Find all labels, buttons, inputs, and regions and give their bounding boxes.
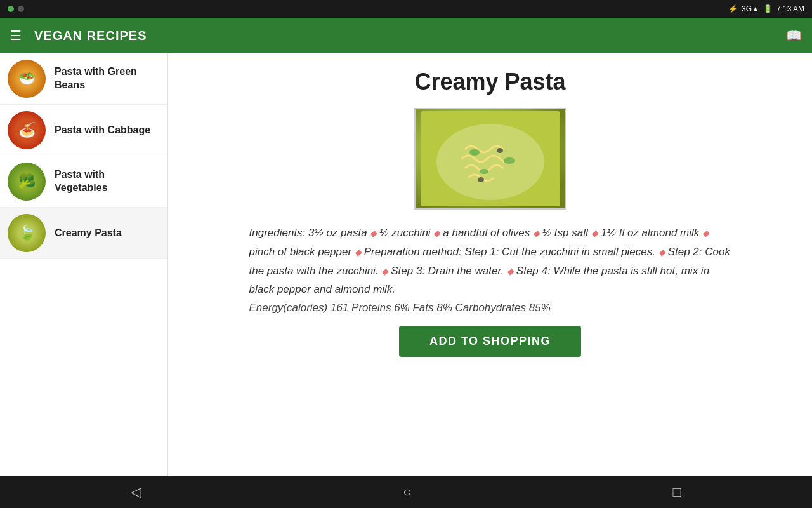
diamond-2: ◆ bbox=[433, 228, 443, 238]
signal-dot bbox=[18, 6, 24, 12]
label-creamy-pasta: Creamy Pasta bbox=[55, 227, 122, 240]
app-bar: ☰ VEGAN RECIPES 📖 bbox=[0, 18, 812, 53]
svg-point-1 bbox=[436, 124, 544, 200]
svg-point-4 bbox=[480, 169, 488, 174]
add-to-shopping-button[interactable]: ADD TO SHOPPING bbox=[399, 326, 581, 357]
sidebar-item-pasta-vegetables[interactable]: 🥦 Pasta with Vegetables bbox=[0, 156, 167, 208]
ingredients-intro: Ingredients: 3½ oz pasta bbox=[249, 227, 367, 239]
ingredient-milk: 1½ fl oz almond milk bbox=[601, 227, 699, 239]
diamond-4: ◆ bbox=[591, 228, 601, 238]
svg-point-2 bbox=[469, 149, 480, 156]
diamond-6: ◆ bbox=[355, 247, 364, 257]
sidebar-item-pasta-green-beans[interactable]: 🥗 Pasta with Green Beans bbox=[0, 53, 167, 105]
battery-icon: 🔋 bbox=[763, 4, 773, 13]
diamond-5: ◆ bbox=[702, 228, 709, 238]
main-content: 🥗 Pasta with Green Beans 🍝 Pasta with Ca… bbox=[0, 53, 812, 476]
bottom-nav: ◁ ○ □ bbox=[0, 476, 812, 508]
ingredient-salt: ½ tsp salt bbox=[542, 227, 589, 239]
step3-label: Step 3: Drain the water. bbox=[391, 265, 504, 277]
prep-header: Preparation method: bbox=[364, 246, 462, 258]
back-button[interactable]: ◁ bbox=[131, 484, 141, 500]
status-bar-right: ⚡ 3G▲ 🔋 7:13 AM bbox=[728, 4, 804, 13]
diamond-8: ◆ bbox=[381, 266, 391, 276]
ingredient-pepper: pinch of black pepper bbox=[249, 246, 352, 258]
label-pasta-cabbage: Pasta with Cabbage bbox=[55, 124, 150, 137]
thumb-inner-vegetables: 🥦 bbox=[9, 164, 44, 199]
recipe-text: Ingredients: 3½ oz pasta ◆ ½ zucchini ◆ … bbox=[249, 224, 731, 299]
label-pasta-green-beans: Pasta with Green Beans bbox=[55, 65, 160, 92]
thumb-inner-creamy: 🍃 bbox=[9, 215, 44, 251]
diamond-9: ◆ bbox=[507, 266, 516, 276]
label-pasta-vegetables: Pasta with Vegetables bbox=[55, 168, 160, 195]
bluetooth-icon: ⚡ bbox=[728, 4, 738, 13]
sidebar: 🥗 Pasta with Green Beans 🍝 Pasta with Ca… bbox=[0, 53, 168, 476]
nutrition-info: Energy(calories) 161 Proteins 6% Fats 8%… bbox=[249, 302, 731, 314]
recent-button[interactable]: □ bbox=[673, 484, 681, 500]
diamond-7: ◆ bbox=[658, 247, 668, 257]
sidebar-item-creamy-pasta[interactable]: 🍃 Creamy Pasta bbox=[0, 208, 167, 259]
hamburger-icon[interactable]: ☰ bbox=[10, 28, 22, 43]
book-icon[interactable]: 📖 bbox=[786, 28, 802, 43]
thumb-creamy-pasta: 🍃 bbox=[8, 214, 46, 252]
pasta-svg bbox=[421, 111, 560, 206]
diamond-3: ◆ bbox=[533, 228, 542, 238]
wifi-dot bbox=[8, 6, 14, 12]
status-bar: ⚡ 3G▲ 🔋 7:13 AM bbox=[0, 0, 812, 18]
diamond-1: ◆ bbox=[370, 228, 379, 238]
thumb-pasta-cabbage: 🍝 bbox=[8, 111, 46, 149]
recipe-image bbox=[414, 108, 566, 210]
app-title: VEGAN RECIPES bbox=[34, 29, 773, 43]
svg-point-5 bbox=[497, 148, 503, 153]
signal-text: 3G▲ bbox=[742, 4, 759, 13]
recipe-title: Creamy Pasta bbox=[414, 69, 565, 95]
ingredient-zucchini: ½ zucchini bbox=[379, 227, 430, 239]
svg-point-6 bbox=[478, 177, 484, 182]
thumb-pasta-green-beans: 🥗 bbox=[8, 60, 46, 98]
step1-label: Step 1: Cut the zucchini in small pieces… bbox=[465, 246, 655, 258]
thumb-inner-cabbage: 🍝 bbox=[9, 112, 44, 148]
ingredient-olives: a handful of olives bbox=[443, 227, 530, 239]
time-display: 7:13 AM bbox=[776, 4, 804, 13]
sidebar-item-pasta-cabbage[interactable]: 🍝 Pasta with Cabbage bbox=[0, 105, 167, 156]
status-bar-left bbox=[8, 6, 24, 12]
recipe-detail: Creamy Pasta bbox=[168, 53, 812, 476]
thumb-pasta-vegetables: 🥦 bbox=[8, 163, 46, 201]
recipe-image-inner bbox=[416, 109, 565, 208]
svg-point-3 bbox=[504, 157, 515, 164]
home-button[interactable]: ○ bbox=[403, 484, 411, 500]
thumb-inner: 🥗 bbox=[9, 61, 44, 97]
